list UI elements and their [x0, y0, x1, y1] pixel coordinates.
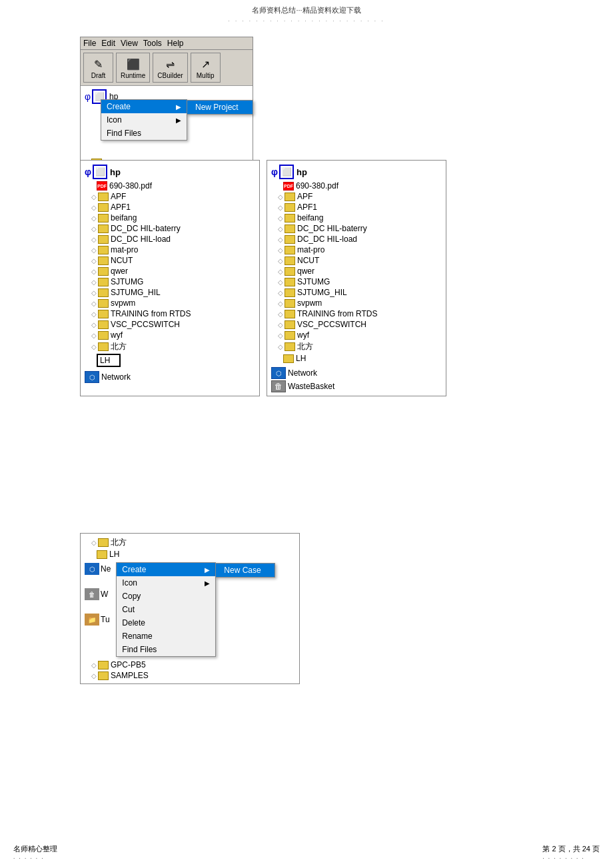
bottom-w-row: 🗑 W	[83, 588, 112, 601]
right-item-sjtumg[interactable]: ◇ SJTUMG	[270, 276, 443, 287]
bottom-ctx-icon[interactable]: Icon ▶	[117, 576, 215, 590]
left-root-label: hp	[110, 167, 121, 177]
ctx-create[interactable]: Create ▶ New Project	[101, 100, 187, 113]
right-item-apf[interactable]: ◇ APF	[270, 191, 443, 202]
right-item-beifang[interactable]: ◇ beifang	[270, 213, 443, 223]
folder-icon	[98, 310, 109, 318]
folder-icon	[285, 193, 295, 201]
menu-edit[interactable]: Edit	[101, 39, 115, 48]
left-item-qwer[interactable]: ◇ qwer	[83, 266, 257, 276]
bottom-screenshot: ◇ 北方 LH ⬡ Ne 🗑 W 📁 Tu	[80, 533, 300, 684]
left-item-apf1[interactable]: ◇ APF1	[83, 202, 257, 213]
right-item-lh[interactable]: LH	[270, 353, 443, 364]
bottom-item-lh[interactable]: LH	[83, 549, 297, 560]
page-header: 名师资料总结···精品资料欢迎下载	[0, 0, 613, 17]
bottom-ctx-copy[interactable]: Copy	[117, 590, 215, 603]
right-hp-icon: ⬜	[279, 165, 294, 179]
left-item-svpwm[interactable]: ◇ svpwm	[83, 298, 257, 308]
left-item-matpro[interactable]: ◇ mat-pro	[83, 244, 257, 255]
toolbar-cbuilder[interactable]: ⇌ CBuilder	[153, 53, 187, 83]
left-item-wyf[interactable]: ◇ wyf	[83, 330, 257, 340]
submenu-new-project[interactable]: New Project	[187, 101, 253, 114]
right-panel-items: PDF 690-380.pdf ◇ APF ◇ APF1 ◇ beifang	[270, 181, 443, 364]
phi-icon: φ	[85, 91, 91, 102]
right-item-sjtumg-hil[interactable]: ◇ SJTUMG_HIL	[270, 287, 443, 298]
right-panel-inner: φ ⬜ hp PDF 690-380.pdf ◇ APF ◇ APF1	[267, 161, 446, 396]
folder-icon	[98, 246, 109, 254]
folder-icon	[98, 331, 109, 340]
menubar: File Edit View Tools Help	[81, 37, 253, 50]
right-item-dc-bat[interactable]: ◇ DC_DC HIL-baterry	[270, 223, 443, 234]
bottom-item-samples[interactable]: ◇ SAMPLES	[83, 670, 297, 681]
toolbar-multip[interactable]: ↗ Multip	[191, 53, 221, 83]
right-wastebasket-label: WasteBasket	[288, 382, 334, 391]
left-item-north[interactable]: ◇ 北方	[83, 340, 257, 353]
right-item-wyf[interactable]: ◇ wyf	[270, 330, 443, 340]
right-item-dc-load[interactable]: ◇ DC_DC HIL-load	[270, 234, 443, 244]
left-item-training[interactable]: ◇ TRAINING from RTDS	[83, 308, 257, 319]
footer-right: 第 2 页，共 24 页 . . . . . . . .	[542, 844, 600, 860]
folder-icon	[98, 224, 109, 233]
lh-input-box[interactable]: LH	[97, 354, 121, 367]
network-icon: ⬡	[85, 371, 99, 383]
right-item-north[interactable]: ◇ 北方	[270, 340, 443, 353]
left-item-sjtumg[interactable]: ◇ SJTUMG	[83, 276, 257, 287]
w-icon: 🗑	[85, 588, 99, 600]
left-phi-icon: φ	[85, 167, 91, 177]
footer-left: 名师精心整理 . . . . . .	[13, 844, 57, 860]
bottom-ctx-cut[interactable]: Cut	[117, 603, 215, 616]
right-item-apf1[interactable]: ◇ APF1	[270, 202, 443, 213]
left-item-lh[interactable]: LH	[83, 353, 257, 368]
left-item-ncut[interactable]: ◇ NCUT	[83, 255, 257, 266]
pdf-icon: PDF	[97, 181, 107, 191]
toolbar-runtime[interactable]: ⬛ Runtime	[116, 53, 150, 83]
folder-icon-lh	[283, 354, 294, 363]
menu-file[interactable]: File	[83, 39, 96, 48]
right-wastebasket-row: 🗑 WasteBasket	[270, 380, 443, 393]
bottom-item-north[interactable]: ◇ 北方	[83, 536, 297, 549]
toolbar-draft[interactable]: ✎ Draft	[83, 53, 113, 83]
right-item-matpro[interactable]: ◇ mat-pro	[270, 244, 443, 255]
left-panel: φ ⬜ hp PDF 690-380.pdf ◇ APF ◇	[80, 160, 260, 396]
bottom-ctx-rename[interactable]: Rename	[117, 630, 215, 643]
folder-icon	[285, 214, 295, 222]
folder-icon	[98, 661, 109, 669]
menu-tools[interactable]: Tools	[143, 39, 162, 48]
submenu-new-case[interactable]: New Case	[216, 564, 275, 577]
left-item-vsc[interactable]: ◇ VSC_PCCSWITCH	[83, 319, 257, 330]
bottom-ctx-find-files[interactable]: Find Files	[117, 643, 215, 656]
ctx-find-files[interactable]: Find Files	[101, 127, 187, 140]
right-item-pdf[interactable]: PDF 690-380.pdf	[270, 181, 443, 191]
bottom-ctx-delete[interactable]: Delete	[117, 616, 215, 630]
tu-icon: 📁	[85, 614, 99, 626]
left-item-beifang[interactable]: ◇ beifang	[83, 213, 257, 223]
right-item-qwer[interactable]: ◇ qwer	[270, 266, 443, 276]
left-item-sjtumg-hil[interactable]: ◇ SJTUMG_HIL	[83, 287, 257, 298]
right-item-training[interactable]: ◇ TRAINING from RTDS	[270, 308, 443, 319]
left-item-apf[interactable]: ◇ APF	[83, 191, 257, 202]
left-item-dc-bat[interactable]: ◇ DC_DC HIL-baterry	[83, 223, 257, 234]
pdf-icon: PDF	[283, 182, 294, 191]
menu-help[interactable]: Help	[167, 39, 184, 48]
folder-icon	[285, 246, 295, 254]
right-item-vsc[interactable]: ◇ VSC_PCCSWITCH	[270, 319, 443, 330]
left-item-dc-load[interactable]: ◇ DC_DC HIL-load	[83, 234, 257, 244]
menu-view[interactable]: View	[121, 39, 138, 48]
left-panel-items: PDF 690-380.pdf ◇ APF ◇ APF1 ◇ bei	[83, 181, 257, 368]
left-item-pdf[interactable]: PDF 690-380.pdf	[83, 181, 257, 191]
folder-icon	[285, 224, 295, 233]
bottom-icons-col: ⬡ Ne 🗑 W 📁 Tu	[83, 562, 112, 657]
left-root-row: φ ⬜ hp	[83, 163, 257, 181]
right-root-label: hp	[297, 167, 307, 177]
header-dots: . . . . . . . . . . . . . . . . . . . . …	[0, 17, 613, 23]
bottom-ctx-create[interactable]: Create ▶ New Case	[117, 563, 215, 576]
bottom-tree-area: ◇ 北方 LH ⬡ Ne 🗑 W 📁 Tu	[81, 534, 299, 683]
bottom-item-gpc[interactable]: ◇ GPC-PB5	[83, 659, 297, 670]
bottom-ne-row: ⬡ Ne	[83, 562, 112, 576]
folder-icon	[98, 538, 109, 547]
right-item-ncut[interactable]: ◇ NCUT	[270, 255, 443, 266]
folder-icon	[98, 342, 109, 351]
folder-icon-lh	[97, 550, 107, 559]
right-item-svpwm[interactable]: ◇ svpwm	[270, 298, 443, 308]
ctx-icon[interactable]: Icon ▶	[101, 113, 187, 127]
